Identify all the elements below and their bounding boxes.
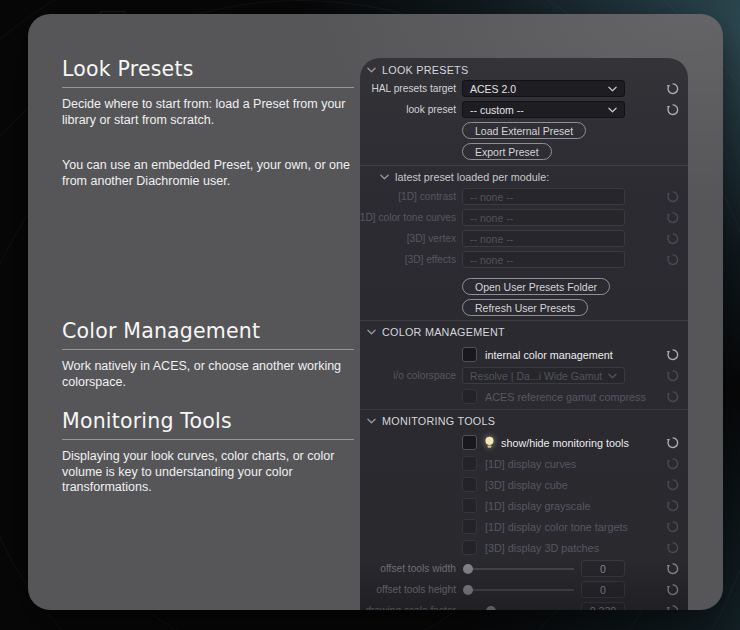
offset-tools-height-value[interactable]: 0: [581, 581, 625, 598]
aces-gamut-compress-row: ACES reference gamut compress: [462, 388, 680, 405]
look-preset-label: look preset: [360, 104, 456, 115]
drawing-scale-factor-value[interactable]: 0.330: [581, 602, 625, 610]
slider-track: [466, 589, 574, 591]
dropdown-value: Resolve | Da...i Wide Gamut: [470, 370, 602, 382]
look-presets-section-header[interactable]: LOOK PRESETS: [360, 61, 688, 78]
reset-icon[interactable]: [664, 103, 680, 116]
reset-icon: [664, 211, 680, 224]
module-effects-label: [3D] effects: [360, 254, 456, 265]
section-label: COLOR MANAGEMENT: [382, 326, 505, 338]
slider-thumb[interactable]: [463, 564, 473, 574]
hal-presets-target-dropdown[interactable]: ACES 2.0: [462, 80, 625, 97]
offset-tools-width-value[interactable]: 0: [581, 560, 625, 577]
drawing-scale-factor-slider[interactable]: [462, 602, 576, 610]
module-vertex-row: [3D] vertex -- none --: [360, 230, 680, 247]
subsection-label: latest preset loaded per module:: [395, 171, 549, 183]
internal-color-management-row: internal color management: [462, 346, 680, 363]
reset-icon: [664, 457, 680, 470]
load-external-preset-button[interactable]: Load External Preset: [462, 122, 586, 139]
refresh-user-presets-button[interactable]: Refresh User Presets: [462, 299, 588, 316]
section-label: LOOK PRESETS: [382, 64, 468, 76]
display-color-tone-targets-label: [1D] display color tone targets: [485, 521, 628, 533]
module-vertex-label: [3D] vertex: [360, 233, 456, 244]
module-color-tone-curves-row: [1D] color tone curves -- none --: [360, 209, 680, 226]
module-contrast-label: [1D] contrast: [360, 191, 456, 202]
settings-window: Look Presets Decide where to start from:…: [28, 14, 723, 610]
aces-gamut-compress-label: ACES reference gamut compress: [485, 391, 646, 403]
module-color-tone-curves-label: [1D] color tone curves: [360, 212, 456, 223]
latest-preset-subsection-header[interactable]: latest preset loaded per module:: [360, 170, 688, 184]
dropdown-value: -- custom --: [470, 104, 524, 116]
module-effects-row: [3D] effects -- none --: [360, 251, 680, 268]
chevron-down-icon: [367, 67, 376, 73]
look-preset-row: look preset -- custom --: [360, 101, 680, 118]
chevron-down-icon: [608, 86, 617, 92]
drawing-scale-factor-row: drawing scale factor 0.330: [360, 602, 680, 610]
export-preset-button[interactable]: Export Preset: [462, 143, 552, 160]
field-value: -- none --: [470, 212, 513, 224]
divider: [62, 349, 354, 350]
reset-icon: [664, 232, 680, 245]
display-grayscale-row: [1D] display grayscale: [462, 497, 680, 514]
chevron-down-icon: [367, 329, 376, 335]
divider: [62, 439, 354, 440]
reset-icon: [664, 369, 680, 382]
io-colorspace-label: i/o colorspace: [360, 370, 456, 381]
reset-icon[interactable]: [664, 604, 680, 610]
reset-icon[interactable]: [664, 348, 680, 361]
look-preset-dropdown[interactable]: -- custom --: [462, 101, 625, 118]
color-management-paragraph: Work natively in ACES, or choose another…: [62, 359, 354, 390]
look-presets-paragraph-1: Decide where to start from: load a Prese…: [62, 97, 354, 128]
reset-icon: [664, 541, 680, 554]
io-colorspace-dropdown: Resolve | Da...i Wide Gamut: [462, 367, 625, 384]
internal-color-management-label: internal color management: [485, 349, 613, 361]
offset-tools-width-label: offset tools width: [360, 563, 456, 574]
divider: [360, 320, 688, 321]
show-hide-monitoring-tools-row: show/hide monitoring tools: [462, 434, 680, 451]
chevron-down-icon: [367, 418, 376, 424]
reset-icon[interactable]: [664, 583, 680, 596]
module-effects-field: -- none --: [462, 251, 625, 268]
offset-tools-width-slider[interactable]: [462, 560, 576, 577]
reset-icon[interactable]: [664, 562, 680, 575]
reset-icon: [664, 499, 680, 512]
color-management-section-header[interactable]: COLOR MANAGEMENT: [360, 323, 688, 340]
slider-thumb[interactable]: [486, 606, 496, 611]
description-column: Look Presets Decide where to start from:…: [62, 58, 354, 496]
module-contrast-field: -- none --: [462, 188, 625, 205]
reset-icon: [664, 478, 680, 491]
look-presets-paragraph-2: You can use an embedded Preset, your own…: [62, 158, 354, 189]
divider: [360, 165, 688, 166]
display-3d-patches-label: [3D] display 3D patches: [485, 542, 599, 554]
section-title-monitoring-tools: Monitoring Tools: [62, 410, 354, 432]
module-contrast-row: [1D] contrast -- none --: [360, 188, 680, 205]
open-user-presets-folder-button[interactable]: Open User Presets Folder: [462, 278, 610, 295]
divider: [360, 409, 688, 410]
reset-icon[interactable]: [664, 436, 680, 449]
settings-panel: LOOK PRESETS HAL presets target ACES 2.0…: [360, 58, 688, 610]
display-cube-checkbox: [462, 477, 477, 492]
slider-thumb[interactable]: [463, 585, 473, 595]
drawing-scale-factor-label: drawing scale factor: [360, 605, 456, 610]
offset-tools-width-row: offset tools width 0: [360, 560, 680, 577]
chevron-down-icon: [608, 107, 617, 113]
monitoring-tools-section-header[interactable]: MONITORING TOOLS: [360, 412, 688, 429]
field-value: -- none --: [470, 233, 513, 245]
display-curves-checkbox: [462, 456, 477, 471]
reset-icon[interactable]: [664, 82, 680, 95]
display-curves-row: [1D] display curves: [462, 455, 680, 472]
display-color-tone-targets-row: [1D] display color tone targets: [462, 518, 680, 535]
field-value: -- none --: [470, 191, 513, 203]
display-curves-label: [1D] display curves: [485, 458, 576, 470]
section-label: MONITORING TOOLS: [382, 415, 495, 427]
hal-presets-target-row: HAL presets target ACES 2.0: [360, 80, 680, 97]
display-color-tone-targets-checkbox: [462, 519, 477, 534]
show-hide-monitoring-tools-checkbox[interactable]: [462, 435, 477, 450]
monitoring-tools-paragraph: Displaying your look curves, color chart…: [62, 449, 354, 496]
hal-presets-target-label: HAL presets target: [360, 83, 456, 94]
offset-tools-height-slider[interactable]: [462, 581, 576, 598]
display-cube-label: [3D] display cube: [485, 479, 568, 491]
internal-color-management-checkbox[interactable]: [462, 347, 477, 362]
display-3d-patches-row: [3D] display 3D patches: [462, 539, 680, 556]
reset-icon: [664, 253, 680, 266]
